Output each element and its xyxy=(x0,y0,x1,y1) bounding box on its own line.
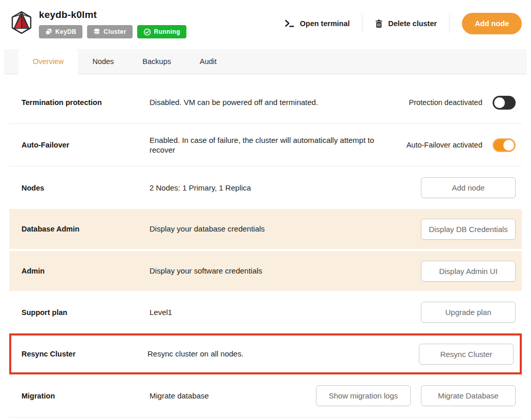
resync-cluster-button[interactable]: Resync Cluster xyxy=(419,344,514,365)
auto-failover-toggle[interactable] xyxy=(493,138,516,152)
tab-bar: Overview Nodes Backups Audit xyxy=(4,49,527,74)
keydb-badge-label: KeyDB xyxy=(55,28,76,35)
tab-nodes[interactable]: Nodes xyxy=(78,49,128,74)
delete-cluster-label: Delete cluster xyxy=(388,19,437,28)
row-description: Level1 xyxy=(150,307,380,317)
row-description: Enabled. In case of failure, the cluster… xyxy=(150,135,380,155)
row-database-admin: Database Admin Display your database cre… xyxy=(9,209,522,249)
display-db-credentials-button[interactable]: Display DB Credentials xyxy=(421,219,516,240)
cluster-badge-label: Cluster xyxy=(103,28,126,35)
row-label: Resync Cluster xyxy=(22,350,147,358)
row-description: Resync cluster on all nodes. xyxy=(147,349,378,359)
layers-icon xyxy=(45,28,52,35)
delete-cluster-button[interactable]: Delete cluster xyxy=(363,19,449,28)
terminal-icon xyxy=(285,19,295,28)
tab-overview[interactable]: Overview xyxy=(18,49,78,74)
check-circle-icon xyxy=(143,28,151,36)
tab-backups[interactable]: Backups xyxy=(128,49,185,74)
divider xyxy=(9,417,522,417)
tab-audit[interactable]: Audit xyxy=(185,49,231,74)
open-terminal-button[interactable]: Open terminal xyxy=(272,19,363,28)
row-resync-cluster: Resync Cluster Resync cluster on all nod… xyxy=(9,333,522,374)
status-badge: Running xyxy=(137,25,186,38)
row-description: 2 Nodes: 1 Primary, 1 Replica xyxy=(150,183,380,193)
termination-protection-toggle[interactable] xyxy=(493,96,516,110)
row-termination-protection: Termination protection Disabled. VM can … xyxy=(9,81,522,124)
toggle-knob xyxy=(494,97,505,108)
open-terminal-label: Open terminal xyxy=(300,19,350,28)
show-migration-logs-button[interactable]: Show migration logs xyxy=(316,385,411,406)
row-migration: Migration Migrate database Show migratio… xyxy=(9,374,522,417)
upgrade-plan-button[interactable]: Upgrade plan xyxy=(421,302,516,323)
title-block: keydb-k0lmt KeyDB Cluster xyxy=(39,7,186,38)
divider xyxy=(449,14,450,33)
overview-settings: Termination protection Disabled. VM can … xyxy=(9,81,522,417)
row-support-plan: Support plan Level1 Upgrade plan xyxy=(9,291,522,333)
row-admin: Admin Display your software credentials … xyxy=(9,251,522,291)
keydb-badge: KeyDB xyxy=(39,25,82,38)
row-label: Nodes xyxy=(22,184,150,192)
row-description: Display your software credentials xyxy=(150,266,380,276)
migrate-database-button[interactable]: Migrate Database xyxy=(421,385,516,406)
row-label: Support plan xyxy=(22,308,150,317)
row-description: Display your database credentials xyxy=(150,224,380,234)
row-label: Database Admin xyxy=(22,225,150,233)
header-actions: Open terminal Delete cluster Add node xyxy=(272,7,522,40)
trash-icon xyxy=(375,19,383,28)
toggle-state-text: Auto-Failover activated xyxy=(407,141,482,149)
cluster-header: keydb-k0lmt KeyDB Cluster xyxy=(0,0,531,47)
display-admin-ui-button[interactable]: Display Admin UI xyxy=(421,261,516,282)
row-auto-failover: Auto-Failover Enabled. In case of failur… xyxy=(9,124,522,166)
row-nodes: Nodes 2 Nodes: 1 Primary, 1 Replica Add … xyxy=(9,166,522,209)
row-description: Migrate database xyxy=(150,391,209,401)
row-label: Migration xyxy=(22,392,150,400)
database-icon xyxy=(93,28,100,35)
status-badge-label: Running xyxy=(154,28,180,35)
add-node-button[interactable]: Add node xyxy=(462,13,522,34)
cluster-logo-icon xyxy=(9,10,34,35)
toggle-knob xyxy=(503,140,514,151)
row-label: Termination protection xyxy=(22,98,150,107)
row-description: Disabled. VM can be powered off and term… xyxy=(150,97,380,107)
page-title: keydb-k0lmt xyxy=(39,9,186,20)
row-label: Auto-Failover xyxy=(22,141,150,149)
toggle-state-text: Protection deactivated xyxy=(409,98,482,107)
badges: KeyDB Cluster Running xyxy=(39,25,186,38)
cluster-badge: Cluster xyxy=(87,25,132,38)
row-label: Admin xyxy=(22,267,150,275)
add-node-row-button[interactable]: Add node xyxy=(421,177,516,198)
